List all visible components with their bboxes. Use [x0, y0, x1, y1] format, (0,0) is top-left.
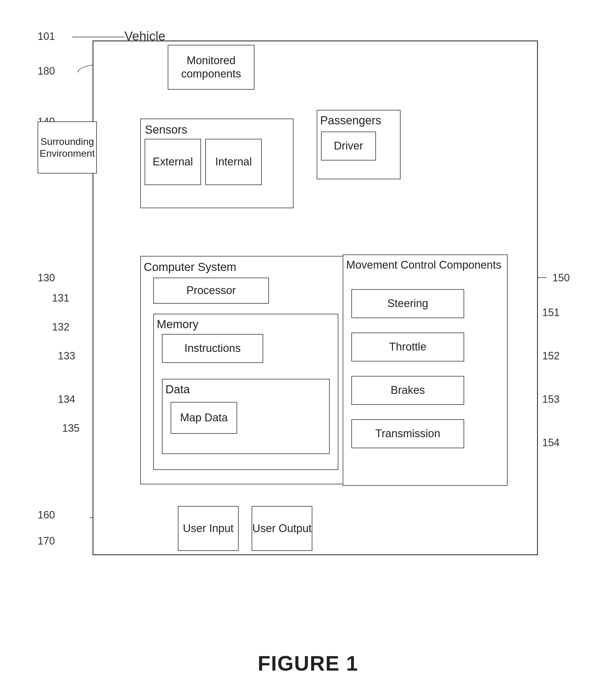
internal-label: Internal — [215, 155, 252, 169]
figure-caption: FIGURE 1 — [258, 652, 358, 675]
page: 101 Vehicle 180 140 130 131 132 133 134 … — [0, 0, 616, 681]
ref-180: 180 — [38, 65, 55, 77]
movement-control-label: Movement Control Components — [346, 258, 501, 272]
ref-160: 160 — [38, 509, 55, 521]
external-box: External — [145, 139, 201, 185]
surrounding-environment-box: Surrounding Environment — [38, 122, 97, 174]
map-data-label: Map Data — [180, 411, 228, 425]
monitored-components-box: Monitored components — [168, 45, 254, 90]
brakes-label: Brakes — [391, 384, 425, 397]
monitored-components-label: Monitored components — [168, 54, 254, 80]
ref-101: 101 — [38, 30, 55, 43]
driver-label: Driver — [334, 140, 363, 153]
ref-153: 153 — [542, 393, 560, 405]
external-label: External — [153, 155, 193, 169]
throttle-box: Throttle — [351, 332, 464, 361]
passengers-label: Passengers — [320, 114, 381, 127]
processor-box: Processor — [153, 278, 269, 304]
instructions-box: Instructions — [162, 334, 263, 363]
throttle-label: Throttle — [389, 340, 426, 354]
map-data-box: Map Data — [171, 402, 237, 434]
brakes-box: Brakes — [351, 376, 464, 405]
internal-box: Internal — [205, 139, 262, 185]
user-input-label: User Input — [183, 522, 233, 535]
instructions-label: Instructions — [184, 342, 241, 355]
ref-150: 150 — [552, 272, 570, 284]
computer-system-label: Computer System — [144, 260, 236, 274]
ref-134: 134 — [58, 393, 75, 405]
sensors-label: Sensors — [145, 123, 188, 136]
driver-box: Driver — [321, 132, 376, 160]
ref-133: 133 — [58, 350, 75, 362]
ref-135: 135 — [62, 422, 79, 434]
transmission-label: Transmission — [375, 427, 440, 440]
ref-152: 152 — [542, 350, 560, 362]
processor-label: Processor — [186, 284, 236, 297]
data-label: Data — [166, 382, 190, 396]
steering-box: Steering — [351, 289, 464, 318]
memory-label: Memory — [157, 317, 198, 331]
surrounding-environment-label: Surrounding Environment — [38, 135, 96, 159]
ref-132: 132 — [52, 321, 69, 333]
user-output-box: User Output — [252, 506, 312, 551]
steering-label: Steering — [387, 297, 428, 310]
ref-170: 170 — [38, 535, 55, 547]
user-input-box: User Input — [178, 506, 239, 551]
user-output-label: User Output — [252, 522, 312, 535]
ref-151: 151 — [542, 306, 560, 319]
ref-131: 131 — [52, 292, 69, 304]
ref-130: 130 — [38, 272, 55, 284]
transmission-box: Transmission — [351, 419, 464, 448]
ref-154: 154 — [542, 437, 560, 449]
